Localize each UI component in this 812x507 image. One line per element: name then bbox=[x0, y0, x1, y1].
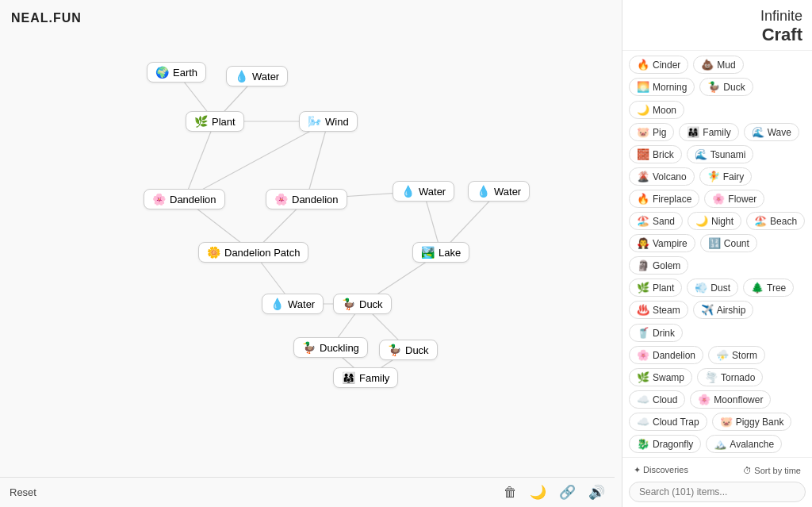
sidebar-item-volcano[interactable]: 🌋Volcano bbox=[629, 167, 695, 186]
sidebar-item-tsunami[interactable]: 🌊Tsunami bbox=[687, 145, 754, 163]
node-duckling[interactable]: 🦆Duckling bbox=[293, 337, 368, 358]
sidebar-item-brick[interactable]: 🧱Brick bbox=[629, 145, 682, 163]
sidebar-item-piggy-bank[interactable]: 🐷Piggy Bank bbox=[712, 413, 792, 431]
sidebar-label-drink: Drink bbox=[653, 328, 675, 339]
sidebar-item-steam[interactable]: ♨️Steam bbox=[629, 301, 688, 319]
sidebar-item-storm[interactable]: ⛈️Storm bbox=[708, 346, 765, 364]
canvas-area[interactable]: NEAL.FUN Reset 🗑 🌙 🔗 🔊 🌍Earth💧Water🌿Plan… bbox=[0, 0, 622, 507]
sidebar-item-cloud-trap[interactable]: ☁️Cloud Trap bbox=[629, 413, 707, 431]
node-water3[interactable]: 💧Water bbox=[468, 181, 530, 202]
sidebar-item-fireplace[interactable]: 🔥Fireplace bbox=[629, 190, 699, 208]
sidebar-item-tornado[interactable]: 🌪️Tornado bbox=[697, 368, 763, 386]
node-emoji-dandelion1: 🌸 bbox=[152, 193, 166, 205]
sidebar-item-dust[interactable]: 💨Dust bbox=[687, 278, 738, 297]
sidebar-item-tree[interactable]: 🌲Tree bbox=[743, 278, 794, 297]
sidebar-item-airship[interactable]: ✈️Airship bbox=[693, 301, 754, 319]
sidebar-item-avalanche[interactable]: 🏔️Avalanche bbox=[706, 435, 782, 453]
sidebar-emoji-dust: 💨 bbox=[695, 282, 707, 294]
discoveries-button[interactable]: ✦ Discoveries bbox=[629, 463, 693, 478]
sound-icon[interactable]: 🔊 bbox=[588, 484, 605, 501]
sidebar-row-13: ☁️Cloud🌸Moonflower bbox=[629, 390, 806, 409]
sidebar-item-morning[interactable]: 🌅Morning bbox=[629, 78, 695, 96]
sidebar-emoji-cloud: ☁️ bbox=[637, 394, 649, 405]
sidebar-row-11: 🌸Dandelion⛈️Storm bbox=[629, 346, 806, 364]
sidebar-label-swamp: Swamp bbox=[653, 372, 684, 383]
sidebar-row-7: 🧛Vampire🔢Count bbox=[629, 234, 806, 252]
sidebar-emoji-volcano: 🌋 bbox=[637, 171, 649, 182]
sidebar-label-tornado: Tornado bbox=[721, 372, 755, 383]
sidebar-row-8: 🗿Golem bbox=[629, 256, 806, 275]
moon-icon[interactable]: 🌙 bbox=[530, 484, 546, 501]
sidebar-item-sand[interactable]: 🏖️Sand bbox=[629, 212, 683, 230]
node-water2[interactable]: 💧Water bbox=[393, 181, 454, 202]
sidebar-item-count[interactable]: 🔢Count bbox=[700, 234, 757, 252]
node-dandelion-patch[interactable]: 🌼Dandelion Patch bbox=[198, 242, 308, 263]
sidebar-label-tsunami: Tsunami bbox=[710, 149, 746, 160]
sidebar-item-golem[interactable]: 🗿Golem bbox=[629, 256, 688, 275]
share-icon[interactable]: 🔗 bbox=[559, 484, 576, 501]
sidebar-item-swamp[interactable]: 🌿Swamp bbox=[629, 368, 692, 386]
node-family[interactable]: 👨‍👩‍👧Family bbox=[333, 367, 398, 388]
sidebar-emoji-family: 👨‍👩‍👧 bbox=[687, 126, 699, 138]
sidebar-item-pig[interactable]: 🐷Pig bbox=[629, 123, 674, 141]
sidebar-emoji-brick: 🧱 bbox=[637, 148, 649, 160]
sidebar-item-dandelion[interactable]: 🌸Dandelion bbox=[629, 346, 703, 364]
search-input[interactable] bbox=[629, 482, 806, 502]
node-lake[interactable]: 🏞️Lake bbox=[412, 242, 469, 263]
sort-button[interactable]: ⏱ Sort by time bbox=[738, 463, 806, 478]
sidebar-label-golem: Golem bbox=[653, 260, 680, 271]
sidebar-label-steam: Steam bbox=[653, 305, 680, 316]
sidebar-item-cloud[interactable]: ☁️Cloud bbox=[629, 390, 685, 409]
node-duck1[interactable]: 🦆Duck bbox=[333, 294, 392, 314]
node-label-water3: Water bbox=[494, 186, 521, 198]
node-emoji-lake: 🏞️ bbox=[421, 246, 435, 259]
node-dandelion1[interactable]: 🌸Dandelion bbox=[144, 189, 225, 209]
logo: NEAL.FUN bbox=[11, 11, 82, 25]
node-duck2[interactable]: 🦆Duck bbox=[379, 340, 438, 360]
sidebar-item-plant[interactable]: 🌿Plant bbox=[629, 278, 682, 297]
sidebar-item-duck[interactable]: 🦆Duck bbox=[699, 78, 753, 96]
node-wind[interactable]: 🌬️Wind bbox=[299, 111, 358, 132]
sidebar-row-1: 🌅Morning🦆Duck🌙Moon bbox=[629, 78, 806, 119]
sidebar-label-dragonfly: Dragonfly bbox=[653, 439, 693, 450]
sidebar-item-moon[interactable]: 🌙Moon bbox=[629, 101, 684, 119]
sidebar-footer: ✦ Discoveries ⏱ Sort by time bbox=[622, 457, 812, 507]
sidebar-row-0: 🔥Cinder💩Mud bbox=[629, 56, 806, 74]
title-craft: Craft bbox=[632, 25, 802, 45]
sidebar-emoji-sand: 🏖️ bbox=[637, 215, 649, 227]
sidebar-emoji-tree: 🌲 bbox=[751, 282, 764, 294]
sidebar-item-family[interactable]: 👨‍👩‍👧Family bbox=[679, 123, 738, 141]
sidebar-label-cloud-trap: Cloud Trap bbox=[653, 417, 699, 428]
node-label-dandelion1: Dandelion bbox=[170, 194, 216, 205]
node-emoji-duckling: 🦆 bbox=[302, 341, 316, 354]
sidebar-item-wave[interactable]: 🌊Wave bbox=[744, 123, 799, 141]
sidebar-item-cinder[interactable]: 🔥Cinder bbox=[629, 56, 688, 74]
node-plant[interactable]: 🌿Plant bbox=[186, 111, 244, 132]
sidebar-emoji-airship: ✈️ bbox=[701, 304, 714, 316]
sidebar-item-moonflower[interactable]: 🌸Moonflower bbox=[690, 390, 771, 409]
sidebar-item-flower[interactable]: 🌸Flower bbox=[704, 190, 764, 208]
sidebar-label-moon: Moon bbox=[653, 105, 676, 116]
sidebar-scroll[interactable]: 🔥Cinder💩Mud🌅Morning🦆Duck🌙Moon🐷Pig👨‍👩‍👧Fa… bbox=[622, 51, 812, 457]
sidebar-label-volcano: Volcano bbox=[653, 171, 687, 182]
sidebar-item-dragonfly[interactable]: 🐉Dragonfly bbox=[629, 435, 701, 453]
node-water1[interactable]: 💧Water bbox=[226, 66, 288, 86]
trash-icon[interactable]: 🗑 bbox=[504, 485, 517, 501]
svg-line-3 bbox=[185, 121, 216, 199]
sidebar-item-drink[interactable]: 🥤Drink bbox=[629, 324, 683, 342]
sidebar-item-vampire[interactable]: 🧛Vampire bbox=[629, 234, 695, 252]
sidebar-emoji-night: 🌙 bbox=[695, 215, 708, 227]
node-label-duck2: Duck bbox=[405, 344, 429, 356]
sidebar-label-moonflower: Moonflower bbox=[714, 394, 763, 405]
sidebar-label-tree: Tree bbox=[767, 282, 786, 294]
sidebar-item-beach[interactable]: 🏖️Beach bbox=[746, 212, 805, 230]
node-water4[interactable]: 💧Water bbox=[262, 294, 324, 314]
sidebar-item-fairy[interactable]: 🧚Fairy bbox=[699, 167, 753, 186]
sidebar-emoji-tornado: 🌪️ bbox=[705, 371, 718, 383]
reset-button[interactable]: Reset bbox=[10, 486, 36, 498]
node-emoji-plant: 🌿 bbox=[194, 115, 208, 128]
sidebar-item-mud[interactable]: 💩Mud bbox=[693, 56, 743, 74]
node-dandelion2[interactable]: 🌸Dandelion bbox=[266, 189, 347, 209]
node-earth[interactable]: 🌍Earth bbox=[147, 62, 206, 83]
sidebar-item-night[interactable]: 🌙Night bbox=[688, 212, 741, 230]
